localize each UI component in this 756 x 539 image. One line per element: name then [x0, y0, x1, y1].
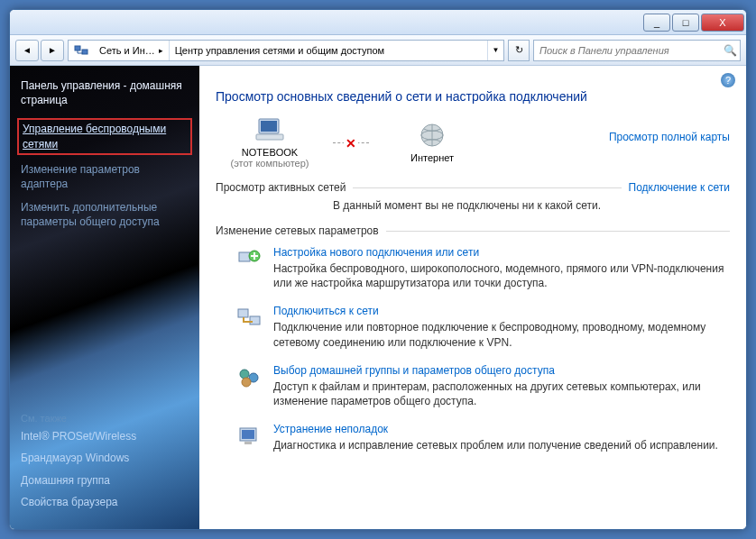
maximize-icon: □ [683, 17, 689, 28]
new-connection-desc: Настройка беспроводного, широкополосного… [273, 261, 730, 290]
sidebar: Панель управления - домашняя страница Уп… [10, 66, 199, 529]
homegroup-icon [235, 364, 263, 391]
minimize-button[interactable]: _ [643, 14, 670, 32]
page-title: Просмотр основных сведений о сети и наст… [216, 89, 730, 104]
chevron-down-icon: ▼ [493, 46, 500, 54]
close-button[interactable]: X [701, 14, 744, 32]
see-also-label: См. также [21, 413, 189, 424]
minimize-icon: _ [654, 17, 659, 28]
sidebar-also-homegroup[interactable]: Домашняя группа [21, 473, 189, 488]
view-full-map-link[interactable]: Просмотр полной карты [609, 131, 730, 143]
back-button[interactable]: ◄ [15, 40, 39, 61]
sidebar-also-browser[interactable]: Свойства браузера [21, 495, 189, 509]
troubleshoot-desc: Диагностика и исправление сетевых пробле… [273, 438, 718, 452]
back-icon: ◄ [23, 45, 32, 55]
setting-homegroup: Выбор домашней группы и параметров общег… [216, 364, 730, 408]
sidebar-also-intel[interactable]: Intel® PROSet/Wireless [21, 429, 189, 443]
forward-icon: ► [48, 45, 57, 55]
new-connection-link[interactable]: Настройка нового подключения или сети [273, 246, 730, 259]
pc-name: NOTEBOOK [216, 147, 324, 158]
svg-rect-16 [244, 442, 252, 444]
sidebar-advanced-sharing[interactable]: Изменить дополнительные параметры общего… [21, 200, 189, 229]
svg-point-11 [240, 370, 249, 379]
breadcrumb-network[interactable]: Сеть и Ин…▸ [94, 41, 170, 60]
svg-rect-0 [75, 46, 80, 50]
sidebar-also-firewall[interactable]: Брандмауэр Windows [21, 451, 189, 465]
svg-rect-3 [261, 121, 277, 132]
svg-rect-10 [250, 316, 260, 324]
troubleshoot-link[interactable]: Устранение неполадок [273, 423, 718, 435]
troubleshoot-icon [235, 423, 263, 450]
titlebar: _ □ X [10, 10, 746, 35]
maximize-button[interactable]: □ [672, 14, 699, 32]
sidebar-home-link[interactable]: Панель управления - домашняя страница [21, 78, 189, 107]
connect-to-network-link[interactable]: Подключение к сети [629, 181, 730, 194]
diagram-internet: Интернет [378, 122, 486, 163]
nav-buttons: ◄ ► [15, 40, 64, 61]
diagram-pc: NOTEBOOK (этот компьютер) [216, 116, 324, 169]
sidebar-adapter-settings[interactable]: Изменение параметров адаптера [21, 162, 189, 191]
close-icon: X [719, 17, 725, 28]
svg-rect-15 [242, 430, 254, 439]
sidebar-manage-wireless[interactable]: Управление беспроводными сетями [23, 122, 187, 151]
network-icon [72, 41, 90, 59]
address-dropdown[interactable]: ▼ [487, 41, 503, 60]
toolbar: ◄ ► Сеть и Ин…▸ Центр управления сетями … [10, 35, 746, 66]
breadcrumb-nscenter[interactable]: Центр управления сетями и общим доступом [170, 41, 487, 60]
search-input[interactable] [534, 45, 720, 56]
main-pane: ? Просмотр основных сведений о сети и на… [199, 66, 746, 529]
content-body: Панель управления - домашняя страница Уп… [10, 66, 746, 529]
setting-new-connection: Настройка нового подключения или сетиНас… [216, 246, 730, 290]
search-icon: 🔍 [720, 44, 740, 57]
active-networks-section: Просмотр активных сетей Подключение к се… [216, 181, 730, 212]
settings-list: Настройка нового подключения или сетиНас… [216, 246, 730, 452]
globe-icon [416, 122, 448, 149]
disconnect-icon: ✕ [344, 136, 358, 151]
homegroup-link[interactable]: Выбор домашней группы и параметров общег… [273, 364, 730, 377]
refresh-button[interactable]: ↻ [508, 40, 530, 61]
search-box[interactable]: 🔍 [533, 40, 741, 61]
svg-rect-4 [256, 134, 283, 140]
internet-label: Интернет [378, 152, 486, 163]
pc-sub: (этот компьютер) [216, 158, 324, 169]
see-also-list: Intel® PROSet/Wireless Брандмауэр Window… [21, 429, 189, 516]
active-networks-msg: В данный момент вы не подключены ни к ка… [216, 194, 730, 212]
computer-icon [254, 116, 286, 143]
forward-button[interactable]: ► [41, 40, 64, 61]
svg-point-13 [242, 378, 251, 387]
connect-icon [235, 305, 263, 332]
homegroup-desc: Доступ к файлам и принтерам, расположенн… [273, 379, 730, 408]
connection-line: ✕ [333, 142, 369, 143]
control-panel-window: _ □ X ◄ ► Сеть и Ин…▸ Центр управления с… [9, 9, 747, 530]
new-connection-icon [235, 246, 263, 273]
change-settings-section: Изменение сетевых параметров Настройка н… [216, 224, 730, 452]
address-bar[interactable]: Сеть и Ин…▸ Центр управления сетями и об… [68, 40, 504, 61]
change-settings-label: Изменение сетевых параметров [216, 224, 379, 237]
connect-link[interactable]: Подключиться к сети [273, 305, 730, 317]
svg-rect-7 [239, 252, 250, 261]
help-button[interactable]: ? [721, 73, 735, 87]
connect-desc: Подключение или повторное подключение к … [273, 320, 730, 349]
refresh-icon: ↻ [515, 44, 523, 56]
setting-connect: Подключиться к сетиПодключение или повто… [216, 305, 730, 349]
active-networks-label: Просмотр активных сетей [216, 181, 346, 194]
svg-rect-9 [238, 309, 248, 317]
highlight-box: Управление беспроводными сетями [17, 118, 192, 154]
setting-troubleshoot: Устранение неполадокДиагностика и исправ… [216, 423, 730, 452]
